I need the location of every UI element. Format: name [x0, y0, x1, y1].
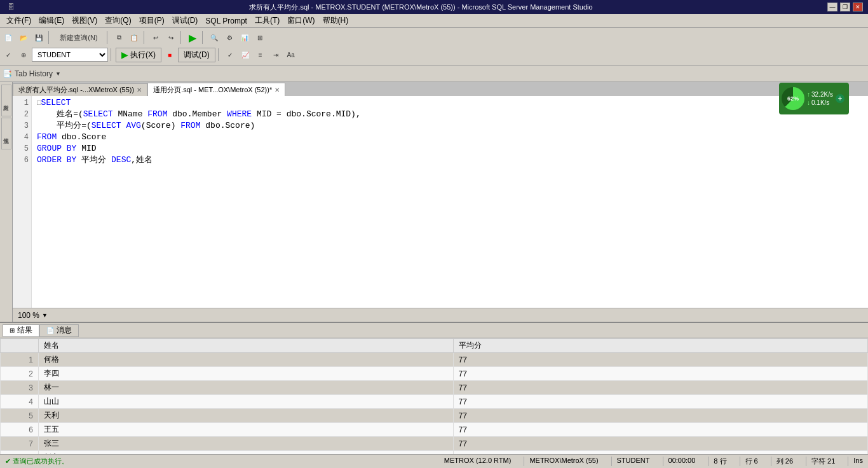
menu-tools[interactable]: 工具(T) [251, 14, 283, 27]
tb-stop[interactable]: ■ [163, 48, 177, 62]
table-row: 6王五77 [1, 423, 868, 437]
database-selector[interactable]: STUDENT [32, 48, 108, 62]
execute-icon: ▶ [121, 50, 128, 60]
status-message: ✔ 查询已成功执行。 [5, 457, 69, 466]
table-row: 2李四77 [1, 367, 868, 381]
menu-window[interactable]: 窗口(W) [283, 14, 318, 27]
messages-icon: 📄 [46, 327, 54, 334]
tb-sep-1 [48, 31, 51, 44]
cell-name: 何格 [39, 353, 454, 367]
doc-tab-1-label: 求所有人平均分.sql -...X\MetroX (55)) [18, 85, 134, 95]
download-value: 0.1K/s [811, 99, 829, 106]
menu-sqlprompt[interactable]: SQL Prompt [201, 15, 251, 27]
line-num-2: 2 [13, 109, 29, 120]
window-title: 求所有人平均分.sql - METROX.STUDENT (METROX\Met… [15, 3, 827, 12]
close-button[interactable]: ✕ [853, 3, 863, 11]
cell-avg: 77 [453, 381, 868, 395]
upload-icon: ↑ [807, 91, 810, 98]
tb-misc3[interactable]: 📊 [238, 31, 252, 45]
tb-misc2[interactable]: ⚙ [222, 31, 236, 45]
tb-sep-3 [144, 31, 146, 44]
results-tab-label: 结果 [17, 325, 32, 336]
tb-r2-indent[interactable]: ⇥ [269, 48, 283, 62]
menu-project[interactable]: 项目(P) [135, 14, 168, 27]
line-num-5: 5 [13, 143, 29, 155]
menu-file[interactable]: 文件(F) [3, 14, 35, 27]
menu-help[interactable]: 帮助(H) [319, 14, 353, 27]
execute-button[interactable]: ▶ 执行(X) [116, 48, 161, 62]
tb-run[interactable]: ▶ [186, 31, 200, 45]
tb-new[interactable]: 📄 [1, 31, 15, 45]
cell-rownum: 3 [1, 381, 39, 395]
tab-history-label[interactable]: Tab History ▼ [15, 69, 61, 78]
cell-rownum: 6 [1, 423, 39, 437]
result-tab-results[interactable]: ⊞ 结果 [3, 324, 39, 337]
menu-edit[interactable]: 编辑(E) [35, 14, 68, 27]
code-editor[interactable]: 1 2 3 4 5 6 □SELECT 姓名=(SELECT MName FRO… [13, 96, 868, 308]
execute-label: 执行(X) [130, 50, 156, 60]
doc-tab-1[interactable]: 求所有人平均分.sql -...X\MetroX (55)) ✕ [13, 83, 147, 96]
tb-open[interactable]: 📂 [17, 31, 31, 45]
toolbar-row-2: ✓ ⊕ STUDENT ▶ 执行(X) ■ 调试(D) ✓ 📈 ≡ ⇥ Aa [1, 46, 867, 63]
cell-name: 王五 [39, 423, 454, 437]
status-time: 00:00:00 [663, 457, 696, 466]
tb-r2-1[interactable]: ✓ [1, 48, 15, 62]
doc-tab-2[interactable]: 通用分页.sql - MET...OX\MetroX (52))* ✕ [147, 83, 285, 96]
tb-paste[interactable]: 📋 [127, 31, 141, 45]
line-num-1: 1 [13, 97, 29, 109]
network-expand-button[interactable]: + [836, 94, 844, 103]
doc-tab-2-close[interactable]: ✕ [275, 86, 280, 93]
debug-button[interactable]: 调试(D) [178, 48, 215, 62]
tb-misc1[interactable]: 🔍 [207, 31, 221, 45]
table-row: 1何格77 [1, 353, 868, 367]
tb-redo[interactable]: ↪ [164, 31, 178, 45]
tb-new-query[interactable]: 新建查询(N) [53, 31, 104, 45]
tb-r2-2[interactable]: ⊕ [17, 48, 31, 62]
cell-avg: 77 [453, 367, 868, 381]
cell-rownum: 2 [1, 367, 39, 381]
restore-button[interactable]: ❐ [840, 3, 850, 11]
doc-tab-1-close[interactable]: ✕ [137, 86, 142, 93]
code-content[interactable]: □SELECT 姓名=(SELECT MName FROM dbo.Member… [32, 96, 868, 308]
status-ins: Ins [848, 457, 863, 466]
minimize-button[interactable]: — [827, 3, 837, 11]
tb-r2-analyze[interactable]: 📈 [238, 48, 252, 62]
tb-r2-format[interactable]: ≡ [254, 48, 268, 62]
editor-and-results: 对象 属性 求所有人平均分.sql -...X\MetroX (55)) ✕ 通… [0, 82, 868, 468]
table-row: 4山山77 [1, 395, 868, 409]
sidebar-icon-2[interactable]: 属性 [1, 118, 11, 149]
cell-rownum: 7 [1, 437, 39, 451]
result-tab-messages[interactable]: 📄 消息 [39, 324, 79, 337]
cell-rownum: 1 [1, 353, 39, 367]
left-sidebar: 对象 属性 [0, 82, 13, 322]
status-col: 列 26 [771, 457, 793, 466]
line-num-3: 3 [13, 120, 29, 132]
sidebar-icon-1[interactable]: 对象 [1, 85, 11, 116]
window-controls: — ❐ ✕ [827, 3, 863, 11]
status-position: 行 6 [740, 457, 758, 466]
download-icon: ↓ [807, 99, 810, 106]
tb-r2-misc[interactable]: Aa [284, 48, 298, 62]
menu-query[interactable]: 查询(Q) [101, 14, 135, 27]
cell-name: 天利 [39, 409, 454, 423]
results-table: 姓名 平均分 1何格772李四773林一774山山775天利776王五777张三… [0, 338, 868, 465]
tb-sep-4 [180, 31, 183, 44]
menu-debug[interactable]: 调试(D) [168, 14, 202, 27]
tb-undo[interactable]: ↩ [149, 31, 163, 45]
col-rownum [1, 339, 39, 353]
tb-copy[interactable]: ⧉ [112, 31, 126, 45]
code-line-5: GROUP BY MID [37, 143, 863, 155]
tb-sep-6 [111, 48, 113, 61]
tb-r2-check[interactable]: ✓ [223, 48, 237, 62]
zoom-bar: 100 % ▼ [13, 308, 868, 322]
tb-save[interactable]: 💾 [32, 31, 46, 45]
toolbar-row-1: 📄 📂 💾 新建查询(N) ⧉ 📋 ↩ ↪ ▶ 🔍 ⚙ 📊 ⊞ [1, 29, 867, 46]
results-section: ⊞ 结果 📄 消息 姓名 平均分 [0, 322, 868, 468]
menu-view[interactable]: 视图(V) [68, 14, 101, 27]
zoom-arrow[interactable]: ▼ [42, 312, 48, 319]
cell-avg: 77 [453, 395, 868, 409]
toolbar-area: 📄 📂 💾 新建查询(N) ⧉ 📋 ↩ ↪ ▶ 🔍 ⚙ 📊 ⊞ ✓ ⊕ STUD… [0, 28, 868, 65]
results-table-area[interactable]: 姓名 平均分 1何格772李四773林一774山山775天利776王五777张三… [0, 338, 868, 468]
status-database: STUDENT [611, 457, 650, 466]
tb-misc4[interactable]: ⊞ [253, 31, 267, 45]
